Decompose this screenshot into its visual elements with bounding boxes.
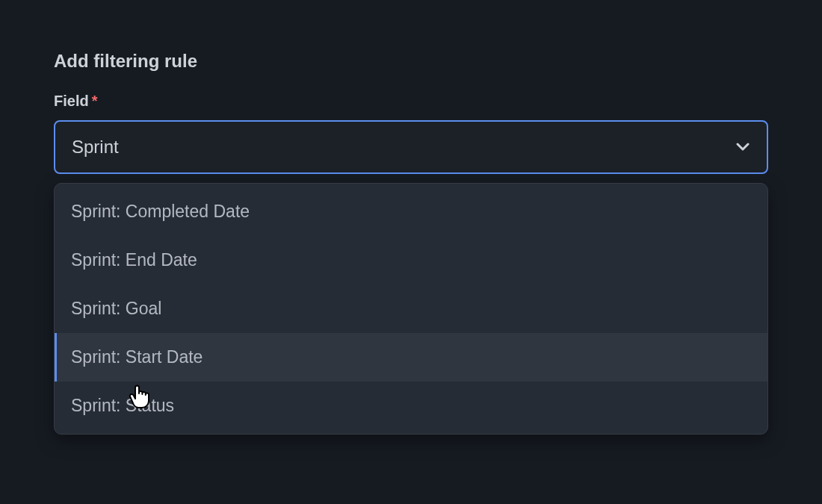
dropdown-item[interactable]: Sprint: Completed Date — [55, 184, 767, 236]
field-dropdown-menu: Sprint: Completed Date Sprint: End Date … — [54, 183, 768, 435]
dropdown-item[interactable]: Sprint: Start Date — [55, 333, 767, 382]
required-asterisk: * — [92, 93, 98, 110]
field-label: Field — [54, 93, 89, 110]
field-select[interactable]: Sprint — [54, 120, 768, 174]
field-label-container: Field * — [54, 93, 768, 110]
chevron-down-icon — [735, 140, 750, 155]
dropdown-item[interactable]: Sprint: End Date — [55, 236, 767, 284]
field-select-value: Sprint — [72, 137, 119, 158]
section-title: Add filtering rule — [54, 51, 768, 72]
dropdown-item[interactable]: Sprint: Status — [55, 382, 767, 434]
dropdown-item[interactable]: Sprint: Goal — [55, 284, 767, 333]
